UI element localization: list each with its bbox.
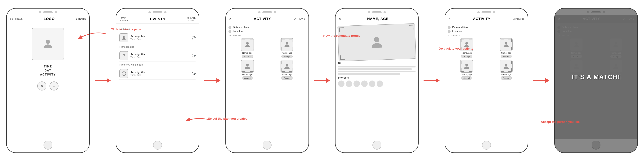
phone-1-home[interactable] xyxy=(44,141,52,149)
bio-line-4 xyxy=(338,73,400,75)
corner-br xyxy=(60,56,63,59)
nav-close-5[interactable]: ✕ xyxy=(448,17,450,21)
flow-arrow-2 xyxy=(204,76,221,85)
candidate-card-3[interactable]: Name, age Accept xyxy=(228,60,266,80)
corner-bl xyxy=(33,56,36,59)
accept-btn-5-3[interactable]: Accept xyxy=(461,76,472,80)
big-arrow-svg-5 xyxy=(532,76,550,85)
cav-corner-tr1 xyxy=(250,39,253,42)
candidate-name-2: Name, age xyxy=(282,52,292,54)
svg-point-8 xyxy=(465,42,468,45)
nav-close-3[interactable]: ✕ xyxy=(229,17,231,21)
cav-corner-bl4 xyxy=(282,68,285,72)
phone-2-navbar: MAINSCREEN EVENTS CREATEEVENT xyxy=(116,15,199,24)
section-plans-join: Plans you want to join xyxy=(120,63,196,67)
c54-tr xyxy=(508,61,512,64)
phone-2-content: MAINSCREEN EVENTS CREATEEVENT Next date … xyxy=(116,15,199,139)
phone-3-speaker xyxy=(262,12,272,13)
candidate-card-5-4[interactable]: Name, age Accept xyxy=(487,60,525,80)
cav-corner-tr3 xyxy=(250,61,253,64)
phone-3: ✕ ACTIVITY OPTIONS Date and time Locatio… xyxy=(226,8,309,153)
interests-dots xyxy=(338,81,416,87)
heart-btn[interactable]: ♡ xyxy=(50,81,58,90)
activity-icon-1 xyxy=(120,33,128,42)
info-time: TIME xyxy=(40,65,56,68)
profile-photo xyxy=(338,23,416,62)
phone-1-bottom xyxy=(6,139,89,152)
phone-5-camera xyxy=(478,11,480,13)
candidate-card-1[interactable]: Name, age Accept xyxy=(228,38,266,58)
candidate-name-5-1: Name, age xyxy=(462,52,472,54)
message-icon-3[interactable]: 💬 xyxy=(192,72,196,75)
interests-label: Interests xyxy=(338,76,416,79)
candidate-avatar-2 xyxy=(280,38,294,51)
cav-corner-bl2 xyxy=(282,47,285,50)
c52-bl xyxy=(501,47,504,50)
activity-item-2[interactable]: ? Activity title Time, Date 💬 xyxy=(120,50,196,62)
nav-events[interactable]: EVENTS xyxy=(76,17,86,20)
phone-2-top xyxy=(116,9,199,15)
phone-5-home[interactable] xyxy=(482,141,491,149)
corner-tl xyxy=(33,29,36,32)
big-arrow-svg-3 xyxy=(313,76,331,85)
accept-btn-1[interactable]: Accept xyxy=(242,55,253,58)
filter-datetime-3: Date and time xyxy=(228,26,306,29)
nav-options-3[interactable]: OPTIONS xyxy=(294,17,305,20)
nav-activity-5: ACTIVITY xyxy=(473,17,490,21)
flow-arrow-4 xyxy=(423,76,440,85)
c51-bl xyxy=(461,47,464,50)
accept-btn-2[interactable]: Accept xyxy=(281,55,292,58)
phone-3-navbar: ✕ ACTIVITY OPTIONS xyxy=(226,15,308,23)
phone-1-camera2 xyxy=(55,11,57,13)
bio-line-2 xyxy=(338,68,412,70)
activity-sub-2: Time, Date xyxy=(130,56,190,58)
candidates-label-3: # Candidates xyxy=(228,34,306,37)
candidate-name-5-3: Name, age xyxy=(462,73,472,76)
screen5-body: Date and time Location # Candidates xyxy=(445,23,528,139)
candidate-avatar-5-4 xyxy=(500,60,512,73)
candidate-card-5-1[interactable]: Name, age Accept xyxy=(448,38,486,58)
phone-3-home[interactable] xyxy=(263,141,272,149)
accept-btn-5-1[interactable]: Accept xyxy=(461,55,472,58)
phone-6-home[interactable] xyxy=(592,141,600,149)
interest-dot-6 xyxy=(377,81,383,87)
interest-dot-3 xyxy=(354,81,360,87)
message-icon-2[interactable]: 💬 xyxy=(192,54,196,58)
candidate-card-5-3[interactable]: Name, age Accept xyxy=(448,60,486,80)
cav-corner-br3 xyxy=(250,68,253,72)
candidate-name-1: Name, age xyxy=(242,52,252,54)
candidate-card-2[interactable]: Name, age Accept xyxy=(268,38,306,58)
activity-item-1[interactable]: Activity title Time, Date 💬 xyxy=(120,32,196,44)
accept-btn-4[interactable]: Accept xyxy=(281,76,292,80)
interest-dot-4 xyxy=(361,81,368,87)
activity-item-3[interactable]: Activity title Time, Date 💬 xyxy=(120,68,196,80)
phone-1: SETTINGS LOGO EVENTS xyxy=(6,8,90,153)
accept-btn-3[interactable]: Accept xyxy=(242,76,253,80)
nav-settings: SETTINGS xyxy=(10,17,23,20)
c51-br xyxy=(469,47,472,50)
phone-4-home[interactable] xyxy=(372,141,381,149)
phone-3-content: ✕ ACTIVITY OPTIONS Date and time Locatio… xyxy=(226,15,308,139)
accept-btn-5-2[interactable]: Accept xyxy=(501,55,512,58)
candidate-avatar-1 xyxy=(241,38,254,51)
activity-info-3: Activity title Time, Date xyxy=(130,71,190,76)
phone-2-home[interactable] xyxy=(153,141,162,149)
nav-close-4[interactable]: ✕ xyxy=(339,17,341,21)
activity-title-3: Activity title xyxy=(130,71,190,74)
screen3-body: Date and time Location # Candidates xyxy=(226,23,308,139)
phone-5-top xyxy=(445,9,528,15)
phone-6-content: ✕ ACTIVITY OPTIONS Date and time Locatio… xyxy=(555,15,638,139)
nav-options-5[interactable]: OPTIONS xyxy=(513,17,524,20)
nav-create-event[interactable]: CREATEEVENT xyxy=(187,17,196,22)
close-btn[interactable]: ✕ xyxy=(37,81,46,90)
activity-info-2: Activity title Time, Date xyxy=(130,53,190,58)
candidate-card-5-2[interactable]: Name, age Accept xyxy=(487,38,525,58)
c54-br xyxy=(508,68,512,72)
pp-corner-tr xyxy=(409,25,414,30)
phone-3-bottom xyxy=(226,139,308,152)
message-icon-1[interactable]: 💬 xyxy=(192,36,196,40)
accept-btn-5-4[interactable]: Accept xyxy=(501,76,512,80)
phone-4-camera2 xyxy=(384,11,386,13)
candidate-card-4[interactable]: Name, age Accept xyxy=(268,60,306,80)
phone-5: ✕ ACTIVITY OPTIONS Date and time Locatio… xyxy=(444,8,528,153)
